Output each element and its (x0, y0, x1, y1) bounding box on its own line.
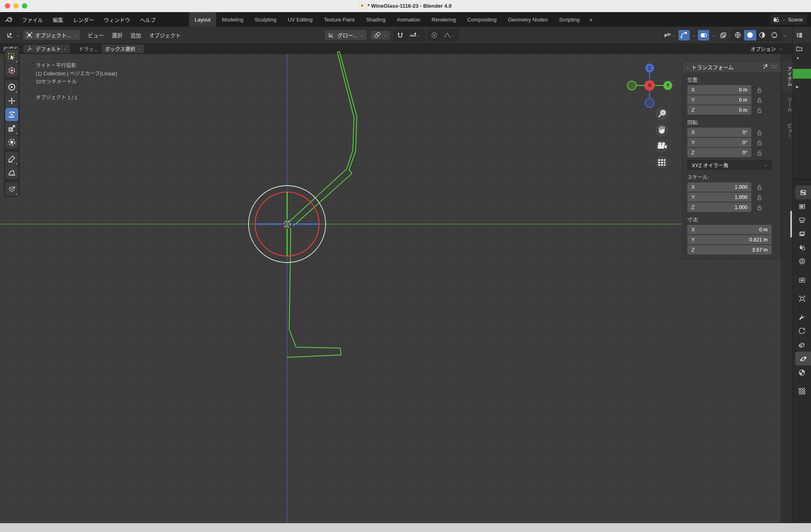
rotation-y-field[interactable]: Y0° (687, 138, 751, 147)
select-box-tool[interactable] (5, 50, 18, 63)
annotate-tool[interactable] (5, 152, 18, 165)
scene-selector[interactable]: ⌄ Scene (770, 14, 807, 25)
properties-tab-physics[interactable] (793, 324, 811, 338)
properties-tab-material[interactable] (793, 365, 811, 379)
scale-z-field[interactable]: Z1.000 (687, 203, 751, 212)
cursor-tool[interactable] (5, 64, 18, 77)
select-mode-selector[interactable]: ボックス選択 ⌄ (101, 44, 145, 53)
coordinate-system-selector[interactable]: デフォルト ⌄ (23, 44, 71, 53)
viewport-3d[interactable] (0, 54, 792, 523)
shading-solid-button[interactable] (744, 30, 756, 41)
properties-tab-render[interactable] (793, 199, 811, 213)
workspace-tab-geometry-nodes[interactable]: Geometry Nodes (502, 12, 553, 27)
show-gizmo-toggle[interactable] (678, 30, 690, 41)
chevron-down-icon[interactable]: ⌄ (783, 33, 787, 37)
workspace-tab-compositing[interactable]: Compositing (461, 12, 502, 27)
editor-type-selector[interactable]: ⌄ (3, 31, 23, 40)
pin-icon[interactable] (762, 64, 768, 70)
workspace-tab-scripting[interactable]: Scripting (554, 12, 586, 27)
rotation-mode-selector[interactable]: XYZ オイラー角 ⌄ (687, 160, 772, 170)
workspace-tab-modeling[interactable]: Modeling (216, 12, 249, 27)
transform-tool[interactable] (5, 135, 18, 149)
properties-tab-world[interactable] (793, 254, 811, 268)
viewport-menu-view[interactable]: ビュー (84, 30, 108, 41)
scale-x-field[interactable]: X1.000 (687, 182, 751, 192)
snap-toggle-button[interactable] (394, 30, 406, 41)
workspace-tab-sculpting[interactable]: Sculpting (249, 12, 282, 27)
scale-z-lock[interactable] (751, 205, 768, 210)
blender-logo-icon[interactable] (5, 16, 13, 23)
outliner-header[interactable] (793, 27, 811, 44)
workspace-tab-layout[interactable]: Layout (189, 12, 216, 27)
object-visibility-selector[interactable]: ⌄ (663, 32, 676, 39)
rotate-tool[interactable] (5, 108, 18, 121)
location-x-field[interactable]: X0 m (687, 85, 751, 94)
properties-tab-modifiers[interactable] (793, 310, 811, 324)
properties-tab-object-data[interactable] (795, 352, 811, 365)
sidebar-tab-view[interactable]: ビュー (781, 118, 793, 143)
options-dropdown[interactable]: オプション ⌄ (751, 45, 783, 53)
rotation-x-field[interactable]: X0° (687, 128, 751, 137)
dimensions-y-field[interactable]: Y0.821 m (687, 235, 772, 244)
menu-edit[interactable]: 編集 (48, 14, 68, 25)
location-y-lock[interactable] (751, 97, 768, 103)
properties-tab-constraints[interactable] (793, 338, 811, 352)
add-cube-tool[interactable] (5, 182, 18, 196)
menu-help[interactable]: ヘルプ (135, 14, 161, 25)
proportional-editing-toggle[interactable] (428, 30, 440, 41)
menu-window[interactable]: ウィンドウ (99, 14, 135, 25)
pivot-point-selector[interactable]: ⌄ (370, 30, 390, 40)
workspace-tab-uv-editing[interactable]: UV Editing (282, 12, 318, 27)
measure-tool[interactable] (5, 166, 18, 179)
workspace-tab-texture-paint[interactable]: Texture Paint (318, 12, 360, 27)
tweak-select-tool[interactable] (5, 80, 18, 94)
scale-tool[interactable] (5, 122, 18, 135)
scale-y-field[interactable]: Y1.000 (687, 192, 751, 202)
location-z-lock[interactable] (751, 107, 768, 113)
outliner-collapsed-row[interactable]: ▶ (793, 82, 811, 92)
transform-orientation-selector[interactable]: グロー... ⌄ (324, 30, 367, 41)
rotation-y-lock[interactable] (751, 140, 768, 145)
snap-target-selector[interactable]: ⌄ (406, 30, 424, 41)
transform-panel-header[interactable]: ⌄ トランスフォーム (682, 61, 781, 73)
workspace-tab-shading[interactable]: Shading (360, 12, 391, 27)
xray-toggle[interactable] (718, 30, 729, 41)
panel-collapse-icon[interactable]: ⌄ (686, 65, 689, 69)
properties-tab-object[interactable] (793, 292, 811, 306)
dimensions-x-field[interactable]: X0 m (687, 225, 772, 234)
properties-tab-view-layer[interactable] (793, 227, 811, 241)
location-x-lock[interactable] (751, 87, 768, 93)
proportional-falloff-selector[interactable]: ⌄ (440, 30, 458, 41)
location-z-field[interactable]: Z0 m (687, 105, 751, 115)
drag-label[interactable]: ドラッ... (79, 45, 98, 53)
properties-tab-texture[interactable] (793, 384, 811, 398)
chevron-down-icon[interactable]: ⌄ (692, 33, 695, 37)
workspace-tab-rendering[interactable]: Rendering (426, 12, 461, 27)
rotation-x-lock[interactable] (751, 130, 768, 135)
scale-y-lock[interactable] (751, 194, 768, 200)
workspace-tab-animation[interactable]: Animation (391, 12, 426, 27)
location-y-field[interactable]: Y0 m (687, 95, 751, 105)
sidebar-tab-tool[interactable]: ツール (781, 92, 793, 118)
scale-x-lock[interactable] (751, 184, 768, 190)
drag-handle-icon[interactable] (771, 65, 777, 69)
chevron-down-icon[interactable]: ⌄ (712, 33, 715, 37)
dimensions-z-field[interactable]: Z3.57 m (687, 245, 772, 254)
panel-scrollbar[interactable] (790, 211, 792, 237)
rotation-z-field[interactable]: Z0° (687, 148, 751, 157)
shading-rendered-button[interactable] (768, 30, 781, 41)
outliner-collection-row[interactable]: ▼ (793, 53, 811, 63)
mode-selector[interactable]: オブジェクト... ⌄ (23, 30, 80, 41)
properties-tab-scene[interactable] (793, 241, 811, 254)
menu-file[interactable]: ファイル (17, 14, 48, 25)
add-workspace-button[interactable]: + (585, 12, 597, 27)
menu-render[interactable]: レンダー (68, 14, 99, 25)
shading-wireframe-button[interactable] (732, 30, 744, 41)
outliner-selected-object-row[interactable] (793, 69, 811, 79)
outliner-filter-row[interactable] (793, 44, 811, 53)
viewport-menu-add[interactable]: 追加 (127, 30, 145, 41)
sidebar-tab-item[interactable]: アイテム (781, 61, 793, 92)
viewport-menu-select[interactable]: 選択 (108, 30, 127, 41)
shading-material-button[interactable] (756, 30, 768, 41)
properties-tab-output[interactable] (793, 213, 811, 227)
